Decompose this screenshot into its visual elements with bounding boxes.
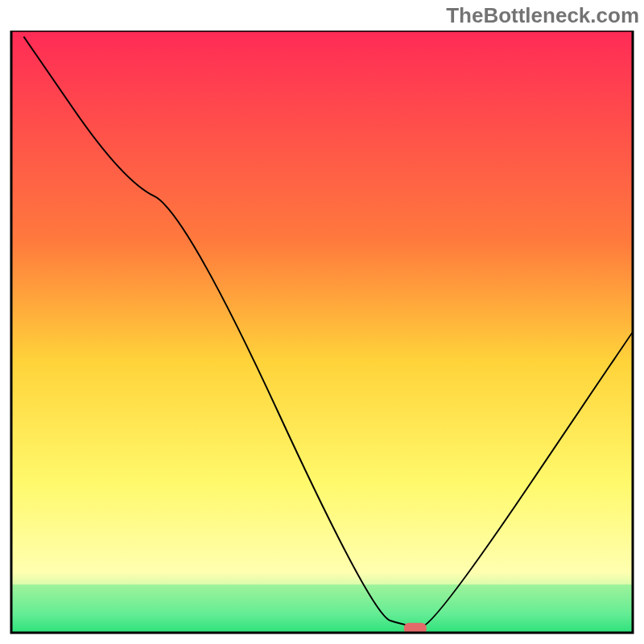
- green-band: [11, 584, 633, 633]
- chart-frame: TheBottleneck.com: [0, 0, 644, 644]
- watermark-text: TheBottleneck.com: [446, 3, 639, 28]
- bottleneck-plot: [0, 31, 644, 644]
- background-gradient: [11, 31, 633, 633]
